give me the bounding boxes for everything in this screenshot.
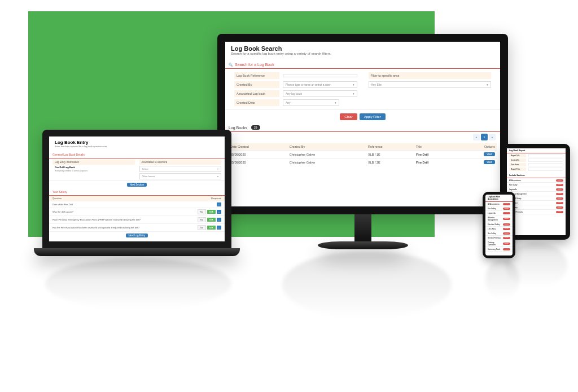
list-item[interactable]: LegionellaDelete [507,187,566,192]
list-item[interactable]: General PremisesDelete [485,236,513,240]
delete-badge[interactable]: Delete [503,203,510,205]
page-title: Log Book Search [231,45,494,52]
pager-page[interactable]: 1 [481,134,488,140]
clear-button[interactable]: Clear [340,113,357,120]
delete-badge[interactable]: Delete [556,179,563,182]
section-general: General Log Book Details [49,151,225,158]
search-section-header: Search for a Log Book [225,61,500,69]
page-title: Log Book Entry [55,140,219,145]
results-table: Date Created Created By Reference Title … [229,143,497,166]
search-section-label: Search for a Log Book [235,63,274,67]
delete-badge[interactable]: Delete [556,197,563,200]
laptop-bezel: Log Book Entry Enter the data captured f… [42,130,231,248]
list-item[interactable]: General PremisesDelete [507,210,566,214]
col-by: Created By [288,143,366,151]
delete-badge[interactable]: Delete [503,218,510,220]
list-item[interactable]: Gas SafetyDelete [507,205,566,210]
pager-prev[interactable]: « [473,134,480,140]
question-row: Have Personal Emergency Evacuation Plans… [49,216,225,224]
next-entry-button[interactable]: Next Log Entry [126,234,148,237]
col-ref: Reference [366,143,414,151]
delete-badge[interactable]: Delete [556,188,563,191]
results-label: Log Books [229,126,247,130]
monitor-screen: Log Book Search Search for a specific lo… [225,42,500,206]
list-item[interactable]: Fire SafetyDelete [485,206,513,211]
results-count: 29 [251,125,260,130]
monitor-reflection [282,251,452,319]
assoc-select[interactable]: Any log book [283,90,357,97]
date-select[interactable]: Any [283,99,339,106]
ref-input[interactable] [283,74,357,77]
next-section-button[interactable]: Next Section [127,183,147,187]
list-item[interactable]: Lift & HoistDelete [485,227,513,231]
site-select[interactable]: Any Site [369,81,492,88]
delete-badge[interactable]: Delete [503,237,510,239]
question-row: Was the drill a pass? NoN/A+ [49,208,225,216]
delete-badge[interactable]: Delete [503,223,510,226]
col-opts: Options [457,143,497,151]
delete-badge[interactable]: Delete [556,193,563,195]
date-label: Created Date [234,99,279,106]
delete-badge[interactable]: Delete [556,202,563,204]
laptop-reflection [45,258,231,309]
delete-badge[interactable]: Delete [556,206,563,209]
createdby-label: Created By [234,81,279,88]
results-header: Log Books 29 [225,124,500,132]
na-button[interactable]: N/A [207,210,216,214]
na-button[interactable]: N/A [207,226,216,230]
delete-badge[interactable]: Delete [503,232,510,235]
other-select[interactable]: Other format [139,173,222,179]
delete-badge[interactable]: Delete [503,212,510,214]
list-item[interactable]: Asbestos ManagementDelete [507,192,566,196]
pager-next[interactable]: » [489,134,496,140]
struct-label: Associated to structure [139,160,222,165]
add-response-button[interactable]: + [217,202,221,206]
apply-filter-button[interactable]: Apply Filter [360,113,386,120]
page-title: Log Book Report [507,148,566,153]
delete-badge[interactable]: Delete [503,243,510,245]
list-item[interactable]: Fire SafetyDelete [507,183,566,187]
pager: « 1 » [225,132,500,142]
no-button[interactable]: No [198,225,206,230]
add-response-button[interactable]: + [217,226,221,230]
filterarea-label: Filter to specific area [369,72,492,79]
no-button[interactable]: No [198,217,206,222]
list-item[interactable]: Gas SafetyDelete [485,231,513,236]
delete-badge[interactable]: Delete [503,228,510,230]
fire-desc: Everything needed to demo purposes [52,170,135,172]
add-response-button[interactable]: + [217,210,221,214]
view-button[interactable]: View [484,152,495,156]
struct-select[interactable]: Select [139,166,222,172]
section-safety: Your Safety [49,188,225,196]
phone-screen: Log Book Filter Associations All Associa… [485,195,513,256]
list-item[interactable]: Asbestos ManagementDelete [485,215,513,222]
no-button[interactable]: No [198,209,206,214]
col-title: Title [414,143,458,151]
view-button[interactable]: View [484,160,495,164]
list-item[interactable]: Electrical SafetyDelete [485,222,513,227]
delete-badge[interactable]: Delete [556,211,563,213]
fire-label: Fire Drill Log Book [52,165,135,170]
na-button[interactable]: N/A [207,218,216,222]
tablet-screen: Log Book Report Report Title Created By … [507,148,566,235]
add-response-button[interactable]: + [217,218,221,222]
ref-label: Log Book Reference [234,72,279,79]
list-item[interactable]: Lift & HoistDelete [507,201,566,205]
list-item[interactable]: LegionellaDelete [485,211,513,215]
delete-badge[interactable]: Delete [503,248,510,250]
list-item[interactable]: Swimming PoolsDelete [485,247,513,252]
question-row: Has the Fire Evacuation Plan been review… [49,224,225,232]
monitor-device: Log Book Search Search for a specific lo… [217,34,508,237]
laptop-screen: Log Book Entry Enter the data captured f… [49,136,225,241]
list-item[interactable]: Catering OperationsDelete [485,240,513,247]
list-item[interactable]: Electrical SafetyDelete [507,196,566,201]
table-row: 25/09/2020 Christopher Galvin XLB / 1E F… [229,151,497,158]
createdby-select[interactable]: Please type a name or select a user [283,81,357,88]
list-item[interactable]: All AssociationsDelete [485,202,513,206]
delete-badge[interactable]: Delete [556,184,563,186]
list-item[interactable]: All AssociationsDelete [507,178,566,183]
search-icon [229,63,233,67]
table-row: 25/09/2020 Christopher Galvin XLB / 2E F… [229,158,497,166]
delete-badge[interactable]: Delete [503,208,510,210]
monitor-bezel: Log Book Search Search for a specific lo… [217,34,508,214]
